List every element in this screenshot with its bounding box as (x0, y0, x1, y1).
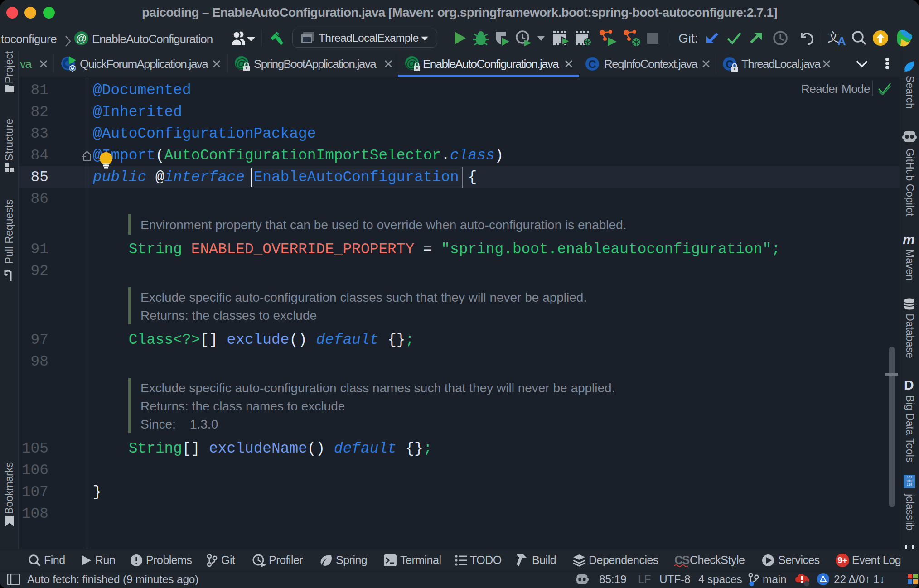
svg-text:010: 010 (907, 479, 913, 483)
svg-text:110: 110 (907, 483, 913, 487)
svg-text:C: C (588, 58, 596, 70)
svg-text:101: 101 (907, 476, 913, 479)
